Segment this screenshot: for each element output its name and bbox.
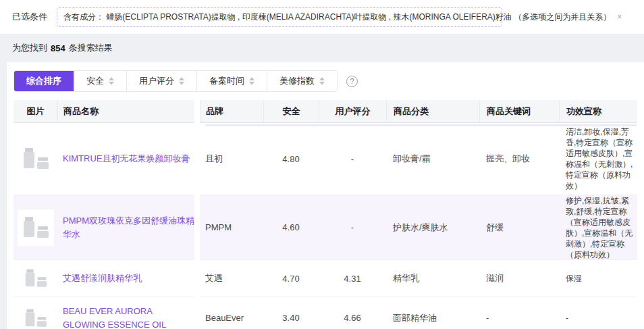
column-divider — [194, 123, 200, 195]
sort-toolbar: 综合排序 安全 用户评分 备案时间 美修指数 ? — [14, 70, 637, 92]
product-image-placeholder-icon — [21, 263, 51, 293]
efficacy-claims-cell: - — [566, 313, 568, 324]
keywords-cell: - — [479, 297, 559, 329]
sort-tab-label: 美修指数 — [279, 75, 315, 87]
results-count-number: 854 — [51, 43, 65, 53]
sort-tabs-group: 综合排序 安全 用户评分 备案时间 美修指数 — [14, 70, 338, 92]
selected-filters-label: 已选条件 — [12, 11, 47, 23]
column-divider — [194, 260, 200, 297]
column-divider — [194, 100, 200, 123]
sort-caret-icon — [109, 77, 114, 85]
results-card: 综合排序 安全 用户评分 备案时间 美修指数 ? 图片 商品 — [7, 62, 644, 329]
category-cell: 护肤水/爽肤水 — [386, 195, 479, 260]
product-name-link[interactable]: BEAU EVER AURORA GLOWING ESSENCE OIL — [63, 305, 194, 329]
sort-tab-comprehensive[interactable]: 综合排序 — [14, 71, 74, 91]
efficacy-claims-cell: 修护,保湿,抗皱,紧致,舒缓,特定宣称（宣称适用敏感皮肤）,宣称温和（无刺激）,… — [566, 195, 633, 260]
table-row[interactable]: PMPM双玫瑰依克多因舒缓油珠精华水 PMPM 4.60 - 护肤水/爽肤水 舒… — [14, 195, 637, 260]
user-rating-cell: - — [319, 123, 386, 195]
table-row[interactable]: BEAU EVER AURORA GLOWING ESSENCE OIL Bea… — [14, 297, 637, 329]
table-row[interactable]: 艾遇舒漾润肤精华乳 艾遇 4.70 4.31 精华乳 滋润 保湿 — [14, 260, 637, 297]
user-rating-cell: - — [319, 195, 386, 260]
column-divider — [194, 195, 200, 260]
user-rating-cell: 4.31 — [319, 260, 386, 297]
selected-filters-bar: 已选条件 含有成分： 鳢肠(ECLIPTA PROSTRATA)提取物 , 印度… — [0, 0, 644, 34]
col-header-product-name: 商品名称 — [57, 100, 194, 123]
product-name-link[interactable]: 艾遇舒漾润肤精华乳 — [63, 272, 142, 285]
col-header-safety: 安全 — [263, 100, 319, 123]
ingredient-filter-tag-text: 含有成分： 鳢肠(ECLIPTA PROSTRATA)提取物 , 印度楝(MEL… — [63, 11, 611, 23]
results-count-bar: 为您找到 854 条搜索结果 — [0, 34, 644, 62]
product-thumbnail[interactable] — [14, 260, 57, 297]
product-thumbnail[interactable] — [14, 195, 57, 260]
col-header-category: 商品分类 — [386, 100, 479, 123]
sort-tab-user-rating[interactable]: 用户评分 — [126, 71, 196, 91]
product-image-placeholder-icon — [18, 141, 54, 177]
column-divider — [194, 297, 200, 329]
keywords-cell: 舒缓 — [479, 195, 559, 260]
col-header-user-rating: 用户评分 — [319, 100, 386, 123]
brand-cell: BeauEver — [200, 297, 263, 329]
safety-score-cell: 4.80 — [263, 123, 319, 195]
sort-tab-label: 安全 — [86, 75, 104, 87]
keywords-cell: 提亮、卸妆 — [479, 123, 559, 195]
col-header-image: 图片 — [14, 100, 57, 123]
user-rating-cell: 4.66 — [319, 297, 386, 329]
product-name-link[interactable]: PMPM双玫瑰依克多因舒缓油珠精华水 — [63, 214, 194, 241]
horizontal-scrollbar[interactable] — [205, 124, 637, 126]
ingredient-filter-tag: 含有成分： 鳢肠(ECLIPTA PROSTRATA)提取物 , 印度楝(MEL… — [57, 7, 502, 27]
product-name-link[interactable]: KIMTRUE且初无花果焕颜卸妆膏 — [63, 152, 190, 166]
sort-caret-icon — [179, 77, 184, 85]
results-table: 图片 商品名称 品牌 安全 用户评分 商品分类 商品关键词 功效宣称 KIMTR… — [14, 100, 637, 329]
brand-cell: 且初 — [200, 123, 263, 195]
product-thumbnail[interactable] — [14, 297, 57, 329]
category-cell: 精华乳 — [386, 260, 479, 297]
brand-cell: 艾遇 — [200, 260, 263, 297]
category-cell: 卸妆膏/霜 — [386, 123, 479, 195]
sort-tab-label: 备案时间 — [209, 75, 244, 87]
sort-caret-icon — [319, 77, 325, 85]
sort-caret-icon — [249, 77, 254, 85]
sort-tab-label: 用户评分 — [139, 75, 174, 87]
sort-tab-label: 综合排序 — [26, 75, 61, 87]
close-icon[interactable]: × — [617, 13, 622, 21]
table-header-row: 图片 商品名称 品牌 安全 用户评分 商品分类 商品关键词 功效宣称 — [14, 100, 637, 123]
category-cell: 面部精华油 — [386, 297, 479, 329]
safety-score-cell: 4.60 — [263, 195, 319, 260]
sort-tab-safety[interactable]: 安全 — [74, 71, 126, 91]
brand-cell: PMPM — [200, 195, 263, 260]
product-image-placeholder-icon — [21, 303, 51, 329]
sort-tab-meixiu-index[interactable]: 美修指数 — [267, 71, 337, 91]
safety-score-cell: 3.40 — [263, 297, 319, 329]
results-count-prefix: 为您找到 — [12, 42, 47, 54]
col-header-keywords: 商品关键词 — [479, 100, 559, 123]
safety-score-cell: 4.70 — [263, 260, 319, 297]
col-header-efficacy: 功效宣称 — [559, 100, 637, 123]
results-count-suffix: 条搜索结果 — [69, 42, 113, 54]
sort-tab-filing-date[interactable]: 备案时间 — [196, 71, 267, 91]
efficacy-claims-cell: 清洁,卸妆,保湿,芳香,特定宣称（宣称适用敏感皮肤）,宣称温和（无刺激）,特定宣… — [566, 126, 633, 191]
question-mark-icon[interactable]: ? — [346, 76, 358, 87]
product-image-placeholder-icon — [18, 209, 54, 246]
product-thumbnail[interactable] — [14, 123, 57, 195]
table-row[interactable]: KIMTRUE且初无花果焕颜卸妆膏 且初 4.80 - 卸妆膏/霜 提亮、卸妆 … — [14, 123, 637, 195]
col-header-brand: 品牌 — [200, 100, 263, 123]
efficacy-claims-cell: 保湿 — [566, 273, 582, 284]
keywords-cell: 滋润 — [479, 260, 559, 297]
